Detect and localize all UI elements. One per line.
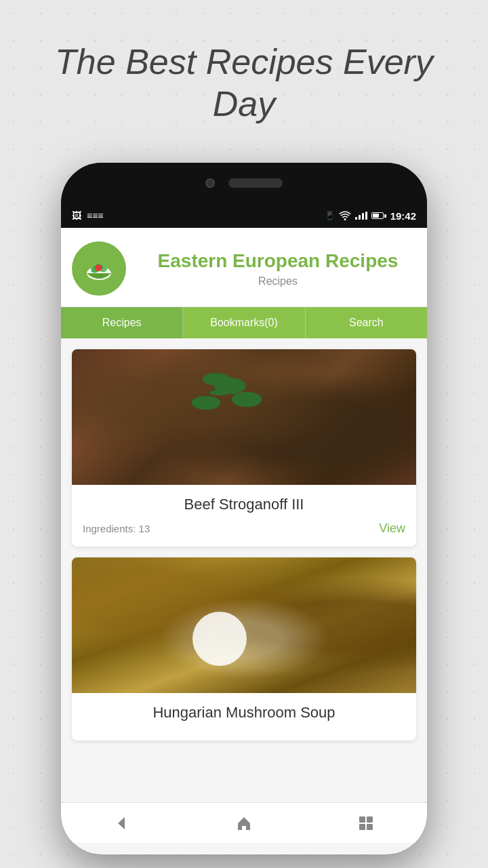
photo-icon: 🖼 — [72, 210, 81, 221]
tab-bookmarks-label: Bookmarks(0) — [210, 317, 278, 328]
bg-title-line2: Day — [213, 84, 275, 123]
recipe-name-2: Hungarian Mushroom Soup — [83, 704, 405, 722]
app-subtitle: Recipes — [140, 275, 416, 288]
status-bar: 🖼 ≡≡≡ 📱 19:42 — [61, 203, 427, 228]
background-title: The Best Recipes Every Day — [0, 41, 488, 125]
svg-rect-7 — [367, 816, 373, 823]
wifi-icon — [339, 211, 351, 220]
app-logo — [72, 241, 126, 296]
phone-frame: 🖼 ≡≡≡ 📱 19:42 — [61, 163, 427, 854]
svg-marker-5 — [118, 817, 125, 829]
status-time: 19:42 — [390, 210, 416, 222]
tab-search[interactable]: Search — [306, 307, 427, 338]
battery-icon — [371, 212, 386, 219]
nav-tabs: Recipes Bookmarks(0) Search — [61, 307, 427, 338]
recipe-image-1 — [72, 349, 416, 485]
tab-bookmarks[interactable]: Bookmarks(0) — [183, 307, 305, 338]
screen: Eastern European Recipes Recipes Recipes… — [61, 228, 427, 854]
phone-top-bar — [61, 163, 427, 203]
signal-icon — [355, 212, 367, 220]
svg-rect-6 — [359, 816, 365, 823]
recipe-list: Beef Stroganoff III Ingredients: 13 View… — [61, 338, 427, 802]
status-right-icons: 📱 19:42 — [325, 210, 416, 222]
status-left-icons: 🖼 ≡≡≡ — [72, 210, 104, 221]
recipe-card-1[interactable]: Beef Stroganoff III Ingredients: 13 View — [72, 349, 416, 547]
recipe-meta-1: Ingredients: 13 View — [83, 521, 405, 536]
back-button[interactable] — [102, 810, 142, 837]
recipe-ingredients-1: Ingredients: 13 — [83, 523, 150, 534]
svg-rect-9 — [367, 824, 373, 830]
tab-recipes[interactable]: Recipes — [61, 307, 183, 338]
home-button[interactable] — [224, 810, 264, 837]
recipe-card-2[interactable]: Hungarian Mushroom Soup — [72, 557, 416, 741]
tab-search-label: Search — [349, 317, 384, 328]
svg-rect-8 — [359, 824, 365, 830]
bg-title-line1: The Best Recipes Every — [55, 42, 433, 81]
recipe-view-btn-1[interactable]: View — [379, 521, 405, 536]
phone-camera — [205, 178, 215, 188]
app-title: Eastern European Recipes — [140, 250, 416, 273]
app-header: Eastern European Recipes Recipes — [61, 228, 427, 307]
app-title-area: Eastern European Recipes Recipes — [140, 250, 416, 288]
bars-icon: ≡≡≡ — [87, 210, 104, 221]
bottom-nav — [61, 802, 427, 843]
tab-recipes-label: Recipes — [102, 317, 142, 328]
recipe-info-2: Hungarian Mushroom Soup — [72, 693, 416, 741]
recipe-info-1: Beef Stroganoff III Ingredients: 13 View — [72, 485, 416, 547]
recipe-image-2 — [72, 557, 416, 693]
recipe-name-1: Beef Stroganoff III — [83, 496, 405, 513]
menu-button[interactable] — [346, 810, 386, 837]
phone-speaker — [228, 178, 283, 188]
svg-point-4 — [95, 264, 102, 271]
phone-icon: 📱 — [325, 211, 335, 220]
